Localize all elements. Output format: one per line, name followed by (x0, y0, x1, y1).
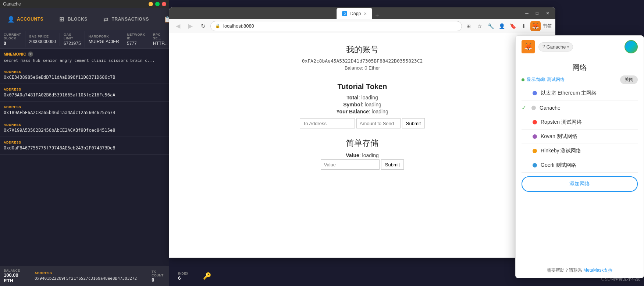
ganache-check-icon: ✓ (522, 104, 526, 111)
tutorial-token-section: Tutorial Token Total: loading Symbol: lo… (270, 82, 454, 128)
metamask-extension-icon[interactable]: 🦊 (530, 21, 541, 31)
ganache-stats: CURRENT BLOCK 0 GAS PRICE 20000000000 GA… (0, 30, 169, 49)
active-dot-icon (522, 78, 524, 81)
amount-input-wrapper (356, 118, 401, 128)
url-text: localhost:8080 (223, 23, 254, 29)
toolbar-right-icons: ⊞ ☆ 🔧 👤 🔖 ⬇ 🦊 书签 (464, 21, 552, 31)
account-item-1[interactable]: ADDRESS 0x073A0a7481FA02B6d5391665af105f… (0, 84, 169, 102)
your-balance-info: Your Balance: loading (270, 109, 454, 114)
network-item-kovan[interactable]: Kovan 测试网络 (522, 130, 638, 144)
apps-icon[interactable]: ⊞ (464, 22, 473, 31)
kovan-dot (533, 134, 537, 139)
win-maximize[interactable]: □ (534, 10, 541, 17)
network-item-ganache[interactable]: ✓ Ganache (522, 100, 638, 115)
browser-window: D Dapp × + ─ □ ✕ ◀ ▶ ↻ 🔒 localhost:8080 … (169, 7, 555, 258)
network-list: 以太坊 Ethereum 主网络 ✓ Ganache Ropsten 测试网络 … (516, 86, 644, 173)
network-item-ropsten[interactable]: Ropsten 测试网络 (522, 115, 638, 130)
nav-blocks[interactable]: ⊞ BLOCKS (54, 13, 91, 25)
ganache-nav: 👤 ACCOUNTS ⊞ BLOCKS ⇄ TRANSACTIONS 📋 CON… (0, 8, 169, 30)
network-selector[interactable]: ? Ganache ▾ (538, 42, 573, 52)
profile-icon[interactable]: 👤 (497, 22, 506, 31)
simple-storage-section: 简单存储 Value: loading Submit (270, 138, 454, 170)
mnemonic-help-icon[interactable]: ? (28, 52, 33, 57)
download-icon[interactable]: ⬇ (519, 22, 528, 31)
refresh-button[interactable]: ↻ (198, 21, 208, 31)
metamask-avatar[interactable] (625, 40, 638, 53)
storage-value-input[interactable] (321, 159, 380, 170)
network-item-ethereum[interactable]: 以太坊 Ethereum 主网络 (522, 86, 638, 100)
browser-toolbar: ◀ ▶ ↻ 🔒 localhost:8080 ⊞ ☆ 🔧 👤 🔖 ⬇ 🦊 书签 (169, 19, 555, 33)
my-account-section: 我的账号 0xFA2c8bAe45A5322D41d7305BF88422B03… (270, 44, 454, 75)
win-close[interactable]: ✕ (544, 10, 552, 17)
new-tab-button[interactable]: + (374, 12, 381, 19)
bookmark-icon[interactable]: 🔖 (508, 22, 517, 31)
chevron-down-icon: ▾ (567, 45, 569, 49)
mnemonic-label-text: MNEMONIC (4, 52, 26, 56)
total-info: Total: loading (270, 95, 454, 100)
account-item-2[interactable]: ADDRESS 0x189AEbF6A2C8a65b46d1aa4Adc12a5… (0, 102, 169, 119)
tab-close-btn[interactable]: × (364, 11, 367, 16)
ganache-window: Ganache 👤 ACCOUNTS ⊞ BLOCKS ⇄ TRANSACTIO… (0, 0, 169, 286)
minimize-btn[interactable] (149, 2, 153, 6)
account-item-4[interactable]: ADDRESS 0xd0aF8467755775f79748AE5eb243b2… (0, 137, 169, 155)
maximize-btn[interactable] (155, 2, 160, 6)
accounts-list: ADDRESS 0xCE3438985e6eBdD711dAaD896f11D8… (0, 66, 169, 266)
network-item-rinkeby[interactable]: Rinkeby 测试网络 (522, 144, 638, 158)
accounts-icon: 👤 (7, 15, 15, 23)
stat-gas-price: GAS PRICE 20000000000 (25, 33, 60, 46)
window-controls: ─ □ ✕ (523, 10, 552, 17)
browser-tab-dapp[interactable]: D Dapp × (337, 8, 372, 19)
mnemonic-section: MNEMONIC ? secret mass hub senior angry … (0, 49, 169, 66)
extensions-icon[interactable]: 🔧 (486, 22, 495, 31)
my-account-title: 我的账号 (270, 44, 454, 55)
to-address-input[interactable] (300, 118, 355, 128)
nav-transactions[interactable]: ⇄ TRANSACTIONS (99, 13, 153, 25)
bookmarks-sidebar-icon: 书签 (543, 23, 552, 29)
mnemonic-text: secret mass hub senior angry cement clin… (4, 58, 166, 63)
show-hide-label[interactable]: 显示/隐藏 测试网络 (527, 77, 565, 83)
metamask-logo: 🦊 (522, 40, 535, 53)
goerli-dot (533, 163, 537, 167)
metamask-header: 🦊 ? Ganache ▾ (516, 36, 644, 58)
account-item-0[interactable]: ADDRESS 0xCE3438985e6eBdD711dAaD896f11D8… (0, 66, 169, 84)
lock-icon: 🔒 (215, 24, 220, 28)
account-item-3[interactable]: ADDRESS 0x7A199A5D502B2450bAbCE2ACABf90f… (0, 119, 169, 137)
transactions-icon: ⇄ (102, 15, 110, 23)
network-subtitle-section: 显示/隐藏 测试网络 关闭 (516, 75, 644, 86)
send-submit-button[interactable]: Submit (402, 118, 425, 128)
forward-button[interactable]: ▶ (185, 21, 196, 31)
storage-submit-button[interactable]: Submit (381, 159, 404, 170)
footer-tx-count: TX COUNT 0 (152, 270, 163, 283)
stat-current-block: CURRENT BLOCK 0 (0, 31, 25, 47)
nav-accounts[interactable]: 👤 ACCOUNTS (4, 13, 47, 25)
stat-gas-limit: GAS LIMIT 6721975 (60, 31, 85, 47)
footer-key-icon[interactable]: 🔑 (203, 272, 211, 280)
ropsten-dot (533, 120, 537, 124)
url-bar[interactable]: 🔒 localhost:8080 (210, 21, 462, 31)
account-balance: Balance: 0 Ether (270, 65, 454, 71)
ethereum-dot (533, 91, 537, 95)
dapp-favicon: D (342, 11, 347, 16)
close-btn[interactable] (162, 2, 166, 6)
amount-input[interactable] (357, 119, 400, 128)
footer-address: ADDRESS 0x9401b22289F5f21f6527c3169a48ee… (35, 271, 137, 281)
back-button[interactable]: ◀ (173, 21, 183, 31)
footer-index: INDEX 6 (178, 272, 188, 281)
network-selector-label: Ganache (547, 44, 566, 50)
tutorial-token-title: Tutorial Token (270, 82, 454, 91)
star-icon[interactable]: ☆ (475, 22, 484, 31)
stat-network-id: NETWORK ID 5777 (123, 31, 149, 47)
question-icon: ? (542, 44, 545, 49)
stat-rpc: RPC SE... HTTP... (149, 31, 172, 47)
network-item-goerli[interactable]: Goerli 测试网络 (522, 158, 638, 173)
metamask-support-link[interactable]: MetaMask支持 (583, 268, 612, 273)
browser-content: 我的账号 0xFA2c8bAe45A5322D41d7305BF88422B03… (169, 33, 555, 258)
add-network-button[interactable]: 添加网络 (522, 176, 638, 192)
send-form: Submit (270, 118, 454, 128)
storage-form: Submit (270, 159, 454, 170)
win-minimize[interactable]: ─ (523, 10, 531, 17)
symbol-info: Symbol: loading (270, 102, 454, 107)
blocks-icon: ⊞ (58, 15, 65, 23)
window-controls (149, 2, 166, 6)
network-close-button[interactable]: 关闭 (620, 75, 638, 84)
